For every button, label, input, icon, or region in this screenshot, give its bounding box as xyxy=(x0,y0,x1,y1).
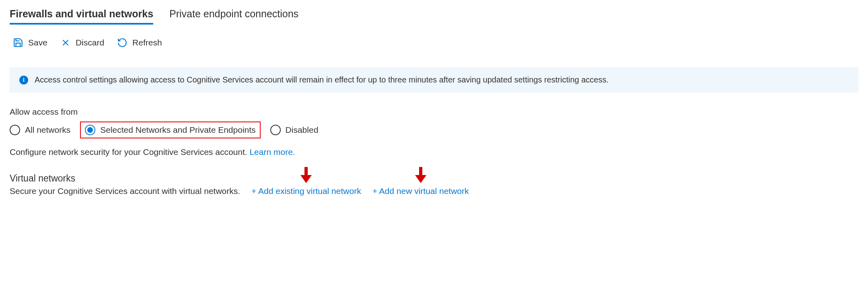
close-icon xyxy=(60,37,71,48)
save-label: Save xyxy=(28,38,47,47)
arrow-down-annotation xyxy=(300,167,312,185)
access-radio-group: All networks Selected Networks and Priva… xyxy=(10,122,858,138)
tab-firewalls[interactable]: Firewalls and virtual networks xyxy=(10,8,153,25)
allow-access-label: Allow access from xyxy=(10,107,858,117)
toolbar: Save Discard Refresh xyxy=(10,37,858,48)
virtual-networks-heading: Virtual networks xyxy=(10,173,858,184)
radio-label: Selected Networks and Private Endpoints xyxy=(100,125,255,135)
helper-text: Configure network security for your Cogn… xyxy=(10,147,858,157)
radio-icon xyxy=(10,125,20,135)
refresh-icon xyxy=(117,37,128,48)
vnet-description: Secure your Cognitive Services account w… xyxy=(10,186,240,196)
radio-all-networks[interactable]: All networks xyxy=(10,125,70,135)
add-new-label: + Add new virtual network xyxy=(372,186,469,196)
info-banner: i Access control settings allowing acces… xyxy=(10,67,858,93)
tabs-bar: Firewalls and virtual networks Private e… xyxy=(10,8,858,25)
save-icon xyxy=(13,37,23,48)
tab-private-endpoints[interactable]: Private endpoint connections xyxy=(169,8,298,25)
arrow-down-annotation xyxy=(415,167,426,185)
refresh-button[interactable]: Refresh xyxy=(117,37,162,48)
radio-label: Disabled xyxy=(286,125,319,135)
add-existing-label: + Add existing virtual network xyxy=(251,186,361,196)
add-new-vnet-link[interactable]: + Add new virtual network xyxy=(372,186,469,196)
discard-label: Discard xyxy=(76,38,104,47)
refresh-label: Refresh xyxy=(132,38,162,47)
helper-prefix: Configure network security for your Cogn… xyxy=(10,147,249,157)
vnet-row: Secure your Cognitive Services account w… xyxy=(10,186,858,196)
discard-button[interactable]: Discard xyxy=(60,37,104,48)
learn-more-link[interactable]: Learn more. xyxy=(249,147,295,157)
radio-selected-networks[interactable]: Selected Networks and Private Endpoints xyxy=(80,122,260,138)
info-icon: i xyxy=(19,76,28,84)
radio-label: All networks xyxy=(25,125,70,135)
radio-icon xyxy=(85,125,95,135)
info-banner-text: Access control settings allowing access … xyxy=(35,75,609,84)
radio-icon xyxy=(270,125,281,135)
add-existing-vnet-link[interactable]: + Add existing virtual network xyxy=(251,186,361,196)
radio-disabled[interactable]: Disabled xyxy=(270,125,319,135)
save-button[interactable]: Save xyxy=(13,37,47,48)
